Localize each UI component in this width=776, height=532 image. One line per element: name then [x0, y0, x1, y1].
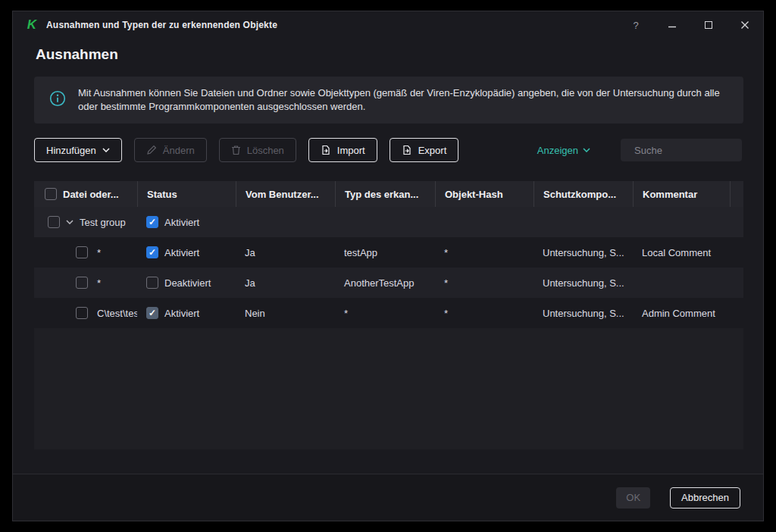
chevron-down-icon — [102, 148, 110, 152]
cell-components: Untersuchung, S... — [534, 247, 633, 258]
add-button-label: Hinzufügen — [46, 145, 96, 156]
cell-type: testApp — [335, 247, 435, 258]
cell-type: AnotherTestApp — [335, 277, 435, 289]
cell-components: Untersuchung, S... — [534, 277, 633, 289]
group-status-label: Aktiviert — [164, 217, 199, 228]
cell-comment: Local Comment — [633, 247, 730, 258]
ok-button[interactable]: OK — [616, 487, 650, 509]
cell-comment: Admin Comment — [633, 308, 730, 319]
info-icon — [49, 90, 66, 110]
window-title: Ausnahmen und Typen der zu erkennenden O… — [46, 20, 277, 30]
col-spacer — [730, 181, 743, 207]
minimize-button[interactable] — [663, 16, 681, 34]
add-button[interactable]: Hinzufügen — [34, 138, 122, 162]
group-name: Test group — [80, 217, 126, 228]
export-button-label: Export — [418, 145, 447, 156]
minimize-icon — [668, 20, 677, 30]
dialog-footer: OK Abbrechen — [13, 474, 763, 521]
table-row[interactable]: * Deaktiviert Ja AnotherTestApp * Unters… — [34, 268, 743, 298]
close-button[interactable] — [736, 16, 754, 34]
toolbar: Hinzufügen Ändern Löschen Import Export … — [34, 138, 742, 162]
cell-hash: * — [435, 308, 534, 319]
import-button-label: Import — [337, 145, 365, 156]
table-header-row: Datei oder... Status Vom Benutzer... Typ… — [34, 181, 743, 207]
col-user: Vom Benutzer... — [236, 181, 335, 207]
export-button[interactable]: Export — [390, 138, 459, 162]
help-button[interactable]: ? — [627, 16, 645, 34]
kaspersky-logo-icon: K — [25, 18, 39, 32]
delete-button[interactable]: Löschen — [219, 138, 296, 162]
exclusions-table: Datei oder... Status Vom Benutzer... Typ… — [34, 181, 743, 449]
row-select-checkbox[interactable] — [76, 246, 88, 258]
table-row[interactable]: * Aktiviert Ja testApp * Untersuchung, S… — [34, 237, 743, 268]
col-hash: Objekt-Hash — [435, 181, 534, 207]
pencil-icon — [146, 145, 157, 155]
row-status-checkbox[interactable] — [146, 277, 158, 289]
col-type: Typ des erkan... — [335, 181, 435, 207]
title-bar: K Ausnahmen und Typen der zu erkennenden… — [13, 11, 763, 39]
edit-button-label: Ändern — [163, 145, 195, 156]
cell-status: Deaktiviert — [164, 277, 211, 289]
group-select-checkbox[interactable] — [48, 216, 60, 228]
import-button[interactable]: Import — [308, 138, 377, 162]
cell-file: C\test\tes... — [97, 308, 137, 319]
group-status-checkbox[interactable] — [146, 216, 158, 228]
row-status-checkbox[interactable] — [146, 246, 158, 258]
close-icon — [740, 20, 749, 30]
page-title: Ausnahmen — [36, 46, 118, 63]
show-dropdown-label: Anzeigen — [537, 145, 578, 156]
col-components: Schutzkompo... — [534, 181, 633, 207]
col-file: Datei oder... — [63, 189, 119, 200]
row-select-checkbox[interactable] — [76, 277, 88, 289]
search-input[interactable] — [634, 145, 768, 156]
window-controls: ? — [627, 11, 754, 39]
info-banner-text: Mit Ausnahmen können Sie Dateien und Ord… — [78, 86, 743, 114]
show-dropdown[interactable]: Anzeigen — [537, 138, 590, 162]
table-empty-area — [34, 328, 743, 449]
info-banner: Mit Ausnahmen können Sie Dateien und Ord… — [34, 77, 743, 124]
row-status-checkbox[interactable] — [146, 307, 158, 319]
cell-user: Nein — [236, 308, 335, 319]
col-status: Status — [137, 181, 236, 207]
export-icon — [402, 145, 412, 155]
table-group-row[interactable]: Test group Aktiviert — [34, 207, 743, 237]
cell-file: * — [97, 247, 101, 258]
group-expand-chevron-icon[interactable] — [66, 220, 74, 224]
cell-file: * — [97, 277, 101, 289]
cell-user: Ja — [236, 247, 335, 258]
cell-hash: * — [435, 247, 534, 258]
maximize-button[interactable] — [699, 16, 718, 34]
table-row[interactable]: C\test\tes... Aktiviert Nein * * Untersu… — [34, 298, 743, 328]
select-all-checkbox[interactable] — [45, 188, 57, 200]
edit-button[interactable]: Ändern — [134, 138, 207, 162]
row-select-checkbox[interactable] — [76, 307, 88, 319]
cell-hash: * — [435, 277, 534, 289]
trash-icon — [231, 145, 241, 155]
cell-user: Ja — [236, 277, 335, 289]
dialog-window: K Ausnahmen und Typen der zu erkennenden… — [12, 11, 764, 521]
cell-status: Aktiviert — [164, 247, 199, 258]
cancel-button[interactable]: Abbrechen — [670, 487, 740, 509]
chevron-down-icon — [583, 148, 590, 152]
maximize-icon — [705, 21, 712, 29]
import-icon — [321, 145, 331, 155]
cell-status: Aktiviert — [164, 308, 199, 319]
cell-components: Untersuchung, S... — [534, 308, 633, 319]
cell-type: * — [335, 308, 435, 319]
search-box — [621, 139, 742, 161]
delete-button-label: Löschen — [247, 145, 284, 156]
col-comment: Kommentar — [633, 181, 730, 207]
